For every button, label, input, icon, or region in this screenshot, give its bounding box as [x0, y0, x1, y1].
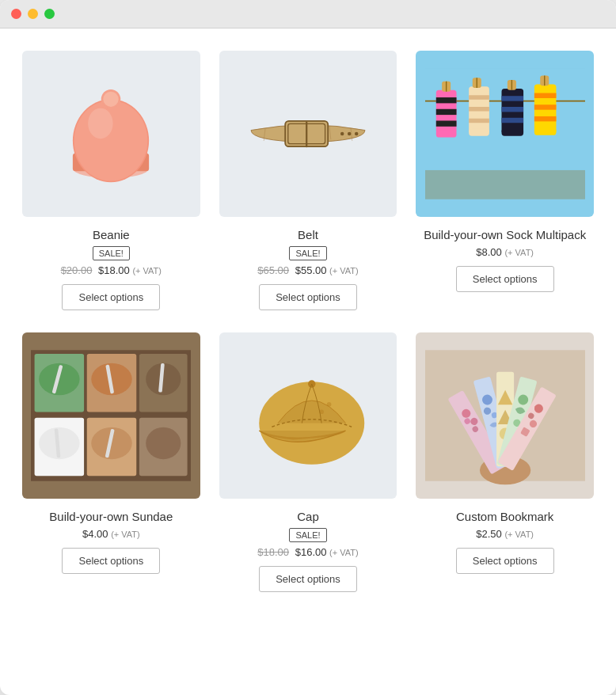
svg-rect-32	[469, 129, 489, 136]
product-image-sundae	[22, 332, 200, 499]
svg-rect-25	[435, 130, 456, 137]
svg-rect-24	[435, 120, 456, 126]
svg-rect-46	[534, 128, 556, 135]
svg-rect-36	[501, 96, 523, 101]
minimize-button[interactable]	[28, 9, 38, 19]
svg-rect-39	[501, 129, 523, 136]
svg-point-4	[74, 101, 148, 181]
price-row-socks: $8.00 (+ VAT)	[476, 246, 534, 258]
sale-badge-belt: SALE!	[289, 246, 326, 260]
product-card-beanie: Beanie SALE! $20.00 $18.00 (+ VAT) Selec…	[22, 51, 200, 310]
product-card-socks: Build-your-own Sock Multipack $8.00 (+ V…	[416, 51, 594, 310]
price-current-sundae: $4.00	[82, 528, 108, 540]
svg-rect-22	[435, 97, 456, 103]
svg-point-16	[340, 132, 344, 136]
price-original-belt: $65.00	[257, 264, 289, 276]
svg-point-62	[146, 427, 181, 459]
svg-rect-30	[469, 107, 489, 112]
product-name-beanie: Beanie	[93, 228, 130, 241]
product-card-sundae: Build-your-own Sundae $4.00 (+ VAT) Sele…	[22, 332, 200, 592]
product-name-cap: Cap	[297, 510, 319, 523]
price-row-cap: $18.00 $16.00 (+ VAT)	[257, 546, 358, 558]
price-row-belt: $65.00 $55.00 (+ VAT)	[257, 264, 358, 276]
sale-badge-beanie: SALE!	[93, 246, 130, 260]
price-vat-sundae: (+ VAT)	[111, 530, 140, 539]
product-card-cap: Cap SALE! $18.00 $16.00 (+ VAT) Select o…	[219, 332, 397, 592]
price-original-cap: $18.00	[257, 546, 289, 558]
svg-point-18	[355, 132, 359, 136]
select-options-sundae[interactable]: Select options	[62, 548, 160, 574]
product-image-bookmark	[416, 332, 594, 499]
price-row-sundae: $4.00 (+ VAT)	[82, 528, 140, 540]
svg-point-71	[327, 402, 332, 407]
price-current-belt: $55.00	[295, 264, 327, 276]
svg-rect-45	[534, 116, 556, 121]
product-card-bookmark: Custom Bookmark $2.50 (+ VAT) Select opt…	[416, 332, 594, 592]
titlebar	[0, 0, 616, 28]
app-window: Beanie SALE! $20.00 $18.00 (+ VAT) Selec…	[0, 0, 616, 695]
product-image-socks	[416, 51, 594, 217]
close-button[interactable]	[11, 9, 21, 19]
price-current-socks: $8.00	[476, 246, 502, 258]
product-image-belt	[219, 51, 397, 217]
price-vat-cap: (+ VAT)	[329, 548, 359, 557]
price-original-beanie: $20.00	[61, 264, 93, 276]
price-row-beanie: $20.00 $18.00 (+ VAT)	[61, 264, 162, 276]
svg-rect-44	[534, 104, 556, 109]
product-card-belt: Belt SALE! $65.00 $55.00 (+ VAT) Select …	[219, 51, 397, 310]
product-name-socks: Build-your-own Sock Multipack	[424, 228, 586, 241]
select-options-bookmark[interactable]: Select options	[456, 548, 554, 574]
svg-rect-31	[469, 119, 489, 123]
price-current-bookmark: $2.50	[476, 528, 502, 540]
price-current-beanie: $18.00	[98, 264, 130, 276]
price-vat-belt: (+ VAT)	[329, 266, 359, 275]
price-vat-beanie: (+ VAT)	[132, 266, 162, 275]
svg-rect-49	[425, 170, 585, 199]
maximize-button[interactable]	[44, 9, 55, 19]
product-image-beanie	[22, 51, 200, 217]
main-content: Beanie SALE! $20.00 $18.00 (+ VAT) Selec…	[0, 28, 616, 614]
svg-point-7	[104, 92, 119, 107]
product-grid: Beanie SALE! $20.00 $18.00 (+ VAT) Selec…	[22, 51, 594, 592]
product-name-belt: Belt	[298, 228, 318, 241]
price-row-bookmark: $2.50 (+ VAT)	[476, 528, 534, 540]
price-vat-socks: (+ VAT)	[504, 248, 534, 257]
product-name-sundae: Build-your-own Sundae	[49, 510, 173, 523]
select-options-beanie[interactable]: Select options	[62, 284, 160, 310]
svg-rect-37	[501, 107, 523, 112]
svg-rect-23	[435, 109, 456, 115]
svg-rect-38	[501, 118, 523, 123]
price-vat-bookmark: (+ VAT)	[504, 530, 534, 539]
svg-rect-29	[469, 95, 489, 100]
product-image-cap	[219, 332, 397, 499]
select-options-cap[interactable]: Select options	[259, 566, 357, 592]
price-current-cap: $16.00	[295, 546, 327, 558]
select-options-socks[interactable]: Select options	[456, 266, 554, 292]
sale-badge-cap: SALE!	[289, 528, 326, 542]
svg-point-5	[88, 108, 113, 139]
svg-point-17	[348, 132, 352, 136]
select-options-belt[interactable]: Select options	[259, 284, 357, 310]
svg-rect-43	[534, 93, 556, 98]
product-name-bookmark: Custom Bookmark	[456, 510, 553, 523]
